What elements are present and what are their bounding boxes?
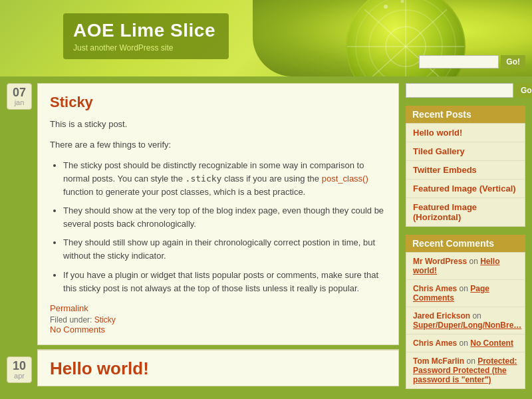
first-post-filed: Filed under: Sticky — [50, 315, 386, 325]
first-post-row: 07 jan Sticky This is a sticky post. The… — [7, 76, 399, 345]
first-post-title: Sticky — [50, 94, 386, 111]
second-post-month: apr — [13, 372, 26, 380]
on-text-2: on — [472, 311, 481, 321]
recent-post-link-0[interactable]: Hello world! — [413, 128, 462, 138]
recent-posts-section: Recent Posts Hello world! Tiled Gallery … — [406, 106, 525, 227]
first-post-comments-link[interactable]: No Comments — [50, 325, 105, 334]
recent-comments-title: Recent Comments — [406, 235, 525, 252]
outer-wrapper: AOE Lime Slice Just another WordPress si… — [0, 0, 532, 399]
recent-comments-section: Recent Comments Mr WordPress on Hello wo… — [406, 235, 525, 389]
commenter-1: Chris Ames — [413, 284, 457, 293]
header-search: Go! — [419, 55, 525, 68]
comment-post-link-2[interactable]: Super/Duper/Long/NonBre… — [413, 321, 521, 330]
second-post-day: 10 — [13, 360, 26, 372]
filed-under-label: Filed under: — [50, 315, 92, 325]
bullet-4: If you have a plugin or widget that list… — [63, 269, 386, 295]
recent-comment-0: Mr WordPress on Hello world! — [406, 253, 525, 280]
second-post-title: Hello world! — [50, 358, 386, 379]
commenter-0: Mr WordPress — [413, 257, 467, 266]
second-post-date: 10 apr — [7, 356, 32, 383]
recent-post-link-1[interactable]: Tiled Gallery — [413, 146, 465, 156]
recent-posts-title: Recent Posts — [406, 106, 525, 123]
on-text-0: on — [469, 257, 480, 266]
site-header: AOE Lime Slice Just another WordPress si… — [0, 0, 532, 76]
first-post-permalink[interactable]: Permalink — [50, 303, 88, 313]
recent-post-link-2[interactable]: Twitter Embeds — [413, 165, 477, 175]
on-text-4: on — [466, 356, 477, 366]
recent-post-item-1: Tiled Gallery — [406, 142, 525, 161]
svg-point-13 — [384, 5, 388, 9]
second-post-wrapper: Hello world! — [37, 350, 399, 386]
recent-comment-4: Tom McFarlin on Protected: Password Prot… — [406, 352, 525, 388]
first-post-day: 07 — [13, 86, 26, 98]
recent-post-item-2: Twitter Embeds — [406, 161, 525, 180]
first-post-meta: Permalink Filed under: Sticky No Comment… — [50, 303, 386, 334]
commenter-3: Chris Ames — [413, 338, 457, 348]
recent-comment-2: Jared Erickson on Super/Duper/Long/NonBr… — [406, 307, 525, 334]
on-text-1: on — [460, 284, 471, 293]
recent-posts-list: Hello world! Tiled Gallery Twitter Embed… — [406, 123, 525, 227]
header-search-input[interactable] — [419, 55, 499, 68]
recent-comments-list: Mr WordPress on Hello world! Chris Ames … — [406, 252, 525, 389]
bullet-2: They should show at the very top of the … — [63, 204, 386, 231]
first-post-month: jan — [13, 98, 26, 106]
comment-post-link-3[interactable]: No Content — [470, 338, 513, 348]
recent-comment-1: Chris Ames on Page Comments — [406, 280, 525, 307]
recent-post-item-0: Hello world! — [406, 124, 525, 142]
recent-post-link-4[interactable]: Featured Image (Horizontal) — [413, 202, 477, 222]
sidebar-search-input[interactable] — [406, 83, 513, 98]
second-post-row: 10 apr Hello world! — [7, 350, 399, 386]
header-title-box: AOE Lime Slice Just another WordPress si… — [63, 13, 229, 59]
recent-post-item-3: Featured Image (Vertical) — [406, 180, 525, 198]
recent-post-item-4: Featured Image (Horizontal) — [406, 198, 525, 226]
bullet-1: The sticky post should be distinctly rec… — [63, 159, 386, 199]
post-class-link[interactable]: post_class() — [322, 174, 368, 184]
first-post-category-link[interactable]: Sticky — [94, 315, 116, 325]
commenter-2: Jared Erickson — [413, 311, 470, 321]
first-post-wrapper: Sticky This is a sticky post. There are … — [37, 83, 399, 345]
sidebar-search-area: Go! — [406, 83, 525, 98]
first-post-date: 07 jan — [7, 83, 32, 110]
recent-comment-3: Chris Ames on No Content — [406, 334, 525, 352]
sidebar: Go! Recent Posts Hello world! Tiled Gall… — [399, 83, 525, 397]
first-post-intro: This is a sticky post. — [50, 118, 386, 132]
on-text-3: on — [460, 338, 471, 348]
content-area: 07 jan Sticky This is a sticky post. The… — [7, 76, 399, 397]
commenter-4: Tom McFarlin — [413, 356, 464, 366]
sidebar-search-button[interactable]: Go! — [515, 83, 532, 98]
header-search-button[interactable]: Go! — [501, 55, 525, 68]
first-post-second-para: There are a few things to verify: — [50, 138, 386, 152]
main-container: 07 jan Sticky This is a sticky post. The… — [0, 76, 532, 399]
site-title: AOE Lime Slice — [73, 20, 215, 41]
site-subtitle: Just another WordPress site — [73, 43, 215, 53]
first-post-content: This is a sticky post. There are a few t… — [50, 118, 386, 295]
bullet-3: They should still show up again in their… — [63, 236, 386, 263]
first-post-bullets: The sticky post should be distinctly rec… — [63, 159, 386, 295]
recent-post-link-3[interactable]: Featured Image (Vertical) — [413, 184, 516, 194]
